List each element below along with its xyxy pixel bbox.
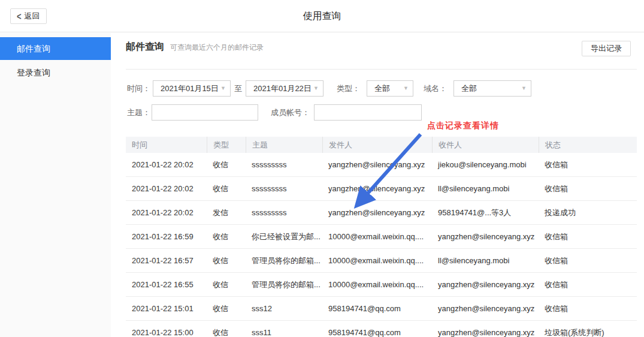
cell-subject: sssssssss xyxy=(246,177,322,200)
member-account-label: 成员帐号： xyxy=(271,104,310,121)
cell-type: 收信 xyxy=(207,321,246,337)
col-header-time: 时间 xyxy=(126,137,207,153)
cell-status: 收信箱 xyxy=(539,177,637,200)
cell-sender: 958194741@qq.com xyxy=(322,321,432,337)
table-row[interactable]: 2021-01-22 15:01 收信 sss12 958194741@qq.c… xyxy=(126,297,637,321)
cell-time: 2021-01-22 16:59 xyxy=(126,225,207,248)
page-title: 使用查询 xyxy=(0,0,644,32)
time-filter-label: 时间： xyxy=(127,80,150,97)
section-subtitle: 可查询最近六个月的邮件记录 xyxy=(170,43,264,53)
table-row[interactable]: 2021-01-22 16:59 收信 你已经被设置为邮... 10000@ex… xyxy=(126,225,637,249)
cell-type: 收信 xyxy=(207,297,246,320)
subject-filter-label: 主题： xyxy=(127,104,150,121)
col-header-recipient: 收件人 xyxy=(432,137,539,153)
col-header-type: 类型 xyxy=(207,137,246,153)
cell-subject: sss12 xyxy=(246,297,322,320)
cell-subject: sssssssss xyxy=(246,201,322,224)
table-row[interactable]: 2021-01-22 15:00 收信 sss11 958194741@qq.c… xyxy=(126,321,637,337)
date-from-value: 2021年01月15日 xyxy=(161,84,219,93)
table-row[interactable]: 2021-01-22 16:57 收信 管理员将你的邮箱... 10000@ex… xyxy=(126,249,637,273)
sidebar-item-mail-query[interactable]: 邮件查询 xyxy=(0,37,111,60)
domain-select[interactable]: 全部 ▼ xyxy=(453,80,531,97)
cell-sender: 958194741@qq.com xyxy=(322,297,432,320)
cell-type: 收信 xyxy=(207,273,246,296)
type-value: 全部 xyxy=(374,84,390,93)
cell-sender: yangzhen@silenceyang.xyz xyxy=(322,177,432,200)
subject-input[interactable] xyxy=(152,104,258,121)
main-content: 邮件查询 可查询最近六个月的邮件记录 导出记录 时间： 2021年01月15日 … xyxy=(111,33,644,337)
cell-recipient: yangzhen@silenceyang.xyz xyxy=(432,321,539,337)
cell-time: 2021-01-22 15:00 xyxy=(126,321,207,337)
cell-time: 2021-01-22 15:01 xyxy=(126,297,207,320)
domain-filter-label: 域名： xyxy=(424,80,447,97)
cell-type: 收信 xyxy=(207,177,246,200)
cell-sender: 10000@exmail.weixin.qq.... xyxy=(322,249,432,272)
cell-status: 收信箱 xyxy=(539,153,637,176)
cell-type: 收信 xyxy=(207,153,246,176)
cell-status: 垃圾箱(系统判断) xyxy=(539,321,637,337)
cell-recipient: ll@silenceyang.mobi xyxy=(432,249,539,272)
cell-status: 投递成功 xyxy=(539,201,637,224)
mail-records-table: 时间 类型 主题 发件人 收件人 状态 2021-01-22 20:02 收信 … xyxy=(126,137,637,337)
date-to-select[interactable]: 2021年01月22日 ▼ xyxy=(246,80,323,97)
cell-time: 2021-01-22 16:57 xyxy=(126,249,207,272)
cell-subject: sssssssss xyxy=(246,153,322,176)
cell-status: 收信箱 xyxy=(539,297,637,320)
type-select[interactable]: 全部 ▼ xyxy=(367,80,413,97)
date-to-value: 2021年01月22日 xyxy=(253,84,312,93)
sidebar-item-login-query[interactable]: 登录查询 xyxy=(0,60,111,85)
col-header-subject: 主题 xyxy=(246,137,322,153)
to-label: 至 xyxy=(234,80,242,97)
table-header-row: 时间 类型 主题 发件人 收件人 状态 xyxy=(126,137,637,153)
topbar: < 返回 使用查询 xyxy=(0,0,644,32)
cell-sender: 10000@exmail.weixin.qq.... xyxy=(322,273,432,296)
table-row[interactable]: 2021-01-22 16:55 收信 管理员将你的邮箱... 10000@ex… xyxy=(126,273,637,297)
cell-recipient: 958194741@...等3人 xyxy=(432,201,539,224)
chevron-down-icon: ▼ xyxy=(403,81,409,96)
annotation-click-record: 点击记录查看详情 xyxy=(427,121,499,131)
cell-recipient: jiekou@silenceyang.mobi xyxy=(432,153,539,176)
cell-type: 发信 xyxy=(207,201,246,224)
cell-subject: 你已经被设置为邮... xyxy=(246,225,322,248)
col-header-status: 状态 xyxy=(539,137,637,153)
table-row[interactable]: 2021-01-22 20:02 收信 sssssssss yangzhen@s… xyxy=(126,153,637,177)
export-records-button[interactable]: 导出记录 xyxy=(582,41,631,56)
cell-recipient: yangzhen@silenceyang.xyz xyxy=(432,273,539,296)
cell-sender: yangzhen@silenceyang.xyz xyxy=(322,201,432,224)
date-from-select[interactable]: 2021年01月15日 ▼ xyxy=(153,80,231,97)
cell-status: 收信箱 xyxy=(539,249,637,272)
cell-time: 2021-01-22 20:02 xyxy=(126,177,207,200)
cell-type: 收信 xyxy=(207,249,246,272)
divider xyxy=(126,69,637,70)
member-account-input[interactable] xyxy=(314,104,422,121)
cell-recipient: yangzhen@silenceyang.xyz xyxy=(432,297,539,320)
cell-time: 2021-01-22 20:02 xyxy=(126,153,207,176)
cell-type: 收信 xyxy=(207,225,246,248)
chevron-down-icon: ▼ xyxy=(220,81,226,96)
cell-status: 收信箱 xyxy=(539,225,637,248)
table-row[interactable]: 2021-01-22 20:02 收信 sssssssss yangzhen@s… xyxy=(126,177,637,201)
domain-value: 全部 xyxy=(461,84,477,93)
cell-recipient: yangzhen@silenceyang.xyz xyxy=(432,225,539,248)
cell-sender: 10000@exmail.weixin.qq.... xyxy=(322,225,432,248)
type-filter-label: 类型： xyxy=(337,80,360,97)
section-heading: 邮件查询 xyxy=(126,41,164,53)
sidebar: 邮件查询 登录查询 xyxy=(0,33,111,337)
cell-status: 收信箱 xyxy=(539,273,637,296)
cell-subject: sss11 xyxy=(246,321,322,337)
chevron-down-icon: ▼ xyxy=(313,81,319,96)
cell-time: 2021-01-22 20:02 xyxy=(126,201,207,224)
chevron-down-icon: ▼ xyxy=(521,81,527,96)
cell-recipient: ll@silenceyang.mobi xyxy=(432,177,539,200)
cell-subject: 管理员将你的邮箱... xyxy=(246,273,322,296)
cell-subject: 管理员将你的邮箱... xyxy=(246,249,322,272)
col-header-sender: 发件人 xyxy=(322,137,432,153)
table-row[interactable]: 2021-01-22 20:02 发信 sssssssss yangzhen@s… xyxy=(126,201,637,225)
cell-sender: yangzhen@silenceyang.xyz xyxy=(322,153,432,176)
cell-time: 2021-01-22 16:55 xyxy=(126,273,207,296)
